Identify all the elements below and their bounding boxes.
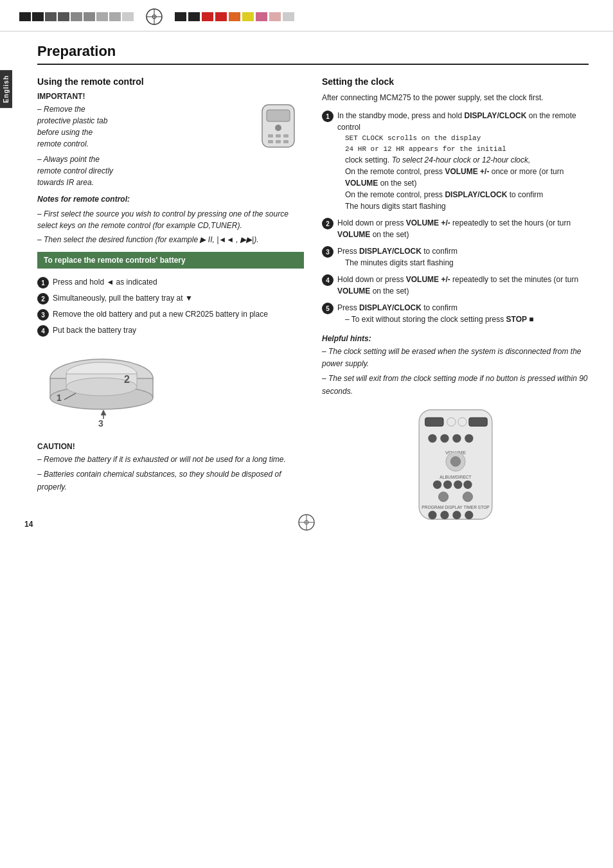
important-text: – Remove theprotective plastic tabbefore… [37,103,246,188]
clock-step-1-sub4: On the remote control, press VOLUME +/- … [345,166,589,189]
main-columns: Using the remote control IMPORTANT! – Re… [37,76,589,522]
clock-step-3-sub1: The minutes digits start flashing [345,257,589,269]
clock-step-2-main: Hold down or press VOLUME +/- repeatedly… [337,218,571,239]
step-item-2: 2 Simultaneously, pull the battery tray … [37,292,304,305]
bar-right-2 [188,12,200,21]
caution-label: CAUTION! [37,442,304,451]
clock-step-2-content: Hold down or press VOLUME +/- repeatedly… [337,217,589,240]
bar-right-9 [283,12,294,21]
important-bullet-2: – Always point theremote control directl… [37,154,246,188]
svg-point-47 [465,511,473,519]
svg-point-42 [463,492,472,501]
clock-step-1-sub3: clock setting. To select 24-hour clock o… [345,154,589,166]
bar-right-7 [256,12,267,21]
important-content: – Remove theprotective plastic tabbefore… [37,103,304,188]
bar-block-4 [58,12,69,21]
bar-right-5 [229,12,240,21]
clock-step-4-main: Hold down or press VOLUME +/- repeatedly… [337,275,578,296]
caution-bullet-2: – Batteries contain chemical substances,… [37,468,304,493]
bar-block-9 [122,12,134,21]
hints-text-1: – The clock setting will be erased when … [322,346,589,370]
svg-point-29 [428,434,436,442]
battery-steps-list: 1 Press and hold ◄ as indicated 2 Simult… [37,276,304,337]
svg-point-35 [450,456,460,466]
caution-text: – Remove the battery if it is exhausted … [37,454,304,493]
important-label: IMPORTANT! [37,92,304,101]
step-text-3: Remove the old battery and put a new CR2… [53,308,268,320]
svg-text:3: 3 [98,418,103,429]
svg-rect-11 [276,140,281,143]
clock-step-1-content: In the standby mode, press and hold DISP… [337,110,589,212]
svg-point-30 [440,434,449,442]
bar-block-6 [84,12,95,21]
bar-right-8 [269,12,281,21]
top-bar [0,0,613,31]
clock-intro: After connecting MCM275 to the power sup… [322,92,589,103]
bar-block-2 [32,12,44,21]
bar-block-5 [71,12,82,21]
clock-step-1-sub2: 24 HR or 12 HR appears for the initial [345,144,589,155]
svg-text:ALBUM/DIRECT: ALBUM/DIRECT [440,475,471,479]
clock-num-1: 1 [322,111,333,122]
svg-point-6 [275,125,281,131]
svg-rect-28 [468,418,486,426]
bar-right-1 [175,12,186,21]
clock-step-1-sub1: SET CLOCK scrolls on the display [345,133,589,144]
svg-rect-10 [268,140,273,143]
svg-point-32 [465,434,473,442]
step-text-2: Simultaneously, pull the battery tray at… [53,292,193,304]
page-content: English Preparation Using the remote con… [0,31,613,542]
clock-step-1-sub5: On the remote control, press DISPLAY/CLO… [345,189,589,200]
compass-icon [145,8,163,26]
step-text-1: Press and hold ◄ as indicated [53,276,157,288]
clock-step-5-sub1: – To exit without storing the clock sett… [345,314,589,325]
svg-point-38 [443,480,452,488]
svg-point-39 [454,480,462,488]
step-num-2: 2 [37,293,49,305]
green-box: To replace the remote controls' battery [37,252,304,269]
bar-block-3 [45,12,57,21]
bar-block-8 [109,12,121,21]
bottom-compass-icon [298,513,315,531]
bar-block-1 [19,12,31,21]
right-column: Setting the clock After connecting MCM27… [322,76,589,522]
step-item-1: 1 Press and hold ◄ as indicated [37,276,304,288]
left-section-heading: Using the remote control [37,76,304,87]
svg-text:1: 1 [57,393,62,403]
clock-step-1-main: In the standby mode, press and hold DISP… [337,111,576,132]
hints-section: Helpful hints: – The clock setting will … [322,334,589,398]
hints-heading: Helpful hints: [322,334,589,343]
svg-point-31 [452,434,461,442]
notes-block: Notes for remote control: – First select… [37,193,304,245]
svg-text:PROGRAM  DISPLAY  TIMER  STOP: PROGRAM DISPLAY TIMER STOP [422,505,490,509]
clock-num-4: 4 [322,274,333,286]
svg-rect-8 [276,134,281,137]
clock-step-3-main: Press DISPLAY/CLOCK to confirm [337,247,458,256]
step-text-4: Put back the battery tray [53,324,136,336]
page-number: 14 [24,520,33,529]
svg-rect-27 [458,418,466,426]
top-bar-right-blocks [175,12,294,21]
clock-num-5: 5 [322,303,333,314]
notes-bullet-1: – First select the source you wish to co… [37,208,304,231]
bar-block-7 [96,12,108,21]
step-item-4: 4 Put back the battery tray [37,324,304,337]
battery-diagram: 2 1 3 [37,343,179,433]
clock-num-2: 2 [322,218,333,229]
bar-right-4 [215,12,227,21]
clock-step-4-content: Hold down or press VOLUME +/- repeatedly… [337,274,589,297]
clock-step-3: 3 Press DISPLAY/CLOCK to confirm The min… [322,245,589,269]
svg-point-40 [463,480,472,488]
battery-svg: 2 1 3 [37,343,179,433]
step-num-1: 1 [37,277,49,288]
bar-right-3 [202,12,213,21]
hints-text-2: – The set will exit from the clock setti… [322,373,589,397]
svg-point-46 [452,511,461,519]
svg-rect-9 [283,134,289,137]
svg-point-45 [440,511,449,519]
remote-small-image [253,103,304,148]
step-num-3: 3 [37,309,49,321]
important-bullet-1: – Remove theprotective plastic tabbefore… [37,103,246,150]
clock-step-5: 5 Press DISPLAY/CLOCK to confirm – To ex… [322,302,589,325]
clock-step-2: 2 Hold down or press VOLUME +/- repeated… [322,217,589,240]
